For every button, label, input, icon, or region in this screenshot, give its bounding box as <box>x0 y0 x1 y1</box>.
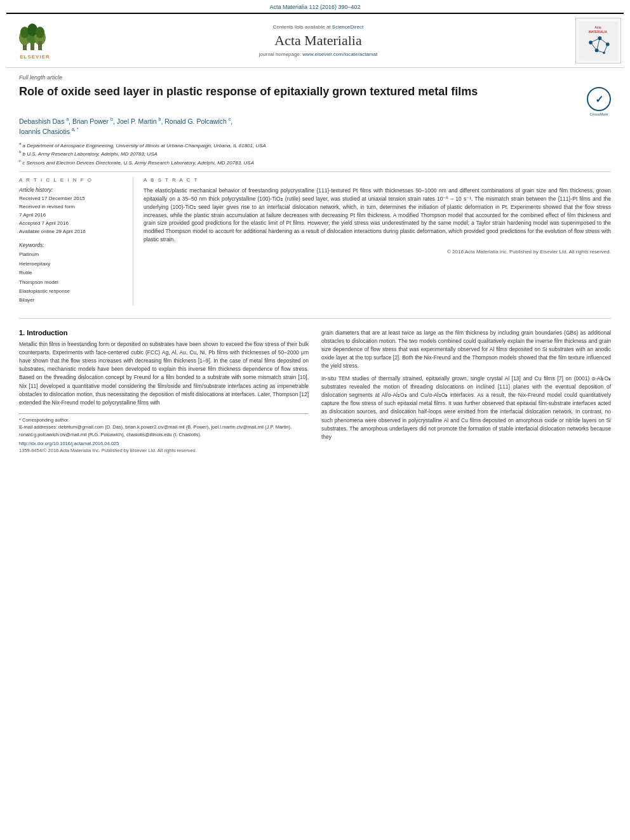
keywords-section: Keywords: Platinum Heteroepitaxy Rutile … <box>19 242 125 305</box>
journal-logo-box: Acta MATERIALIA <box>575 18 621 63</box>
authors: Debashish Das a, Brian Power b, Joel P. … <box>19 116 611 137</box>
elsevier-tree-icon <box>18 22 53 53</box>
history-received-revised: Received in revised form <box>19 203 125 211</box>
affiliations: a a Department of Aerospace Engineering,… <box>19 141 611 173</box>
author-polcawich: Ronald G. Polcawich <box>164 117 226 125</box>
journal-title-area: Contents lists available at ScienceDirec… <box>64 24 573 57</box>
intro-paragraph-2: grain diameters that are at least twice … <box>321 329 611 371</box>
article-body: Full length article Role of oxide seed l… <box>0 68 630 312</box>
science-direct-label: Contents lists available at <box>273 24 331 30</box>
homepage-link[interactable]: www.elsevier.com/locate/actamat <box>302 51 377 57</box>
intro-title: 1. Introduction <box>19 329 309 337</box>
article-info-column: A R T I C L E I N F O Article history: R… <box>19 177 133 305</box>
history-accepted: Accepted 7 April 2016 <box>19 220 125 228</box>
author-power: Brian Power <box>72 117 109 125</box>
elsevier-logo: ELSEVIER <box>6 22 64 60</box>
keyword-5: Elastoplastic response <box>19 287 125 296</box>
article-title: Role of oxide seed layer in plastic resp… <box>19 84 514 99</box>
keywords-title: Keywords: <box>19 242 125 248</box>
affiliation-a: a a Department of Aerospace Engineering,… <box>19 141 611 150</box>
history-received: Received 17 December 2015 <box>19 195 125 203</box>
keyword-6: Bilayer <box>19 296 125 305</box>
section-divider <box>19 318 611 319</box>
journal-homepage-line: journal homepage: www.elsevier.com/locat… <box>64 51 573 57</box>
journal-ref-line: Acta Materialia 112 (2016) 390–402 <box>13 4 617 10</box>
svg-text:MATERIALIA: MATERIALIA <box>589 30 608 33</box>
crossmark-label: CrossMark <box>587 112 611 116</box>
keyword-2: Heteroepitaxy <box>19 260 125 269</box>
science-direct-line: Contents lists available at ScienceDirec… <box>64 24 573 30</box>
svg-text:Acta: Acta <box>594 25 601 29</box>
two-col-info-abstract: A R T I C L E I N F O Article history: R… <box>19 177 611 305</box>
journal-logo-right: Acta MATERIALIA <box>573 18 624 63</box>
crossmark-icon: ✓ <box>587 87 611 111</box>
page: Acta Materialia 112 (2016) 390–402 ELSEV… <box>0 0 630 840</box>
abstract-header: A B S T R A C T <box>144 177 611 183</box>
main-content-right: grain diameters that are at least twice … <box>321 329 611 453</box>
author-chasiotis: Ioannis Chasiotis <box>19 128 70 135</box>
copyright-line: © 2016 Acta Materialia Inc. Published by… <box>144 249 611 255</box>
footnote-area: * Corresponding author. E-mail addresses… <box>19 413 309 453</box>
doi-line[interactable]: http://dx.doi.org/10.1016/j.actamat.2016… <box>19 441 309 446</box>
crossmark-area: ✓ CrossMark <box>587 87 611 116</box>
article-history-section: Article history: Received 17 December 20… <box>19 187 125 236</box>
main-content-left: 1. Introduction Metallic thin films in f… <box>19 329 309 453</box>
main-content: 1. Introduction Metallic thin films in f… <box>0 325 630 457</box>
author-das: Debashish Das <box>19 117 64 125</box>
intro-paragraph-1: Metallic thin films in freestanding form… <box>19 340 309 407</box>
issn-line: 1359-6454/© 2016 Acta Materialia Inc. Pu… <box>19 448 309 453</box>
article-info-header: A R T I C L E I N F O <box>19 177 125 183</box>
article-type: Full length article <box>19 74 611 81</box>
affiliation-c: c c Sensors and Electron Devices Directo… <box>19 158 611 167</box>
journal-main-title: Acta Materialia <box>64 32 573 49</box>
intro-paragraph-3: In-situ TEM studies of thermally straine… <box>321 375 611 441</box>
svg-point-8 <box>36 27 44 38</box>
science-direct-link[interactable]: ScienceDirect <box>332 24 363 30</box>
footnote-corresponding: * Corresponding author. <box>19 417 309 423</box>
acta-materialia-logo-icon: Acta MATERIALIA <box>579 20 618 62</box>
keyword-3: Rutile <box>19 269 125 277</box>
journal-header: Acta Materialia 112 (2016) 390–402 <box>0 0 630 10</box>
elsevier-brand-text: ELSEVIER <box>20 54 50 60</box>
abstract-column: A B S T R A C T The elastic/plastic mech… <box>144 177 611 305</box>
header-content: ELSEVIER Contents lists available at Sci… <box>6 13 624 68</box>
author-martin: Joel P. Martin <box>117 117 157 125</box>
svg-rect-5 <box>38 41 42 50</box>
keyword-4: Thompson model <box>19 278 125 287</box>
article-history-title: Article history: <box>19 187 125 193</box>
history-revised-date: 7 April 2016 <box>19 211 125 220</box>
affiliation-b: b b U.S. Army Research Laboratory, Adelp… <box>19 149 611 158</box>
abstract-text: The elastic/plastic mechanical behavior … <box>144 187 611 243</box>
footnote-emails: E-mail addresses: debritum@gmail.com (D.… <box>19 423 309 438</box>
history-available: Available online 29 April 2016 <box>19 228 125 236</box>
keyword-1: Platinum <box>19 250 125 259</box>
homepage-label: journal homepage: <box>259 51 301 57</box>
